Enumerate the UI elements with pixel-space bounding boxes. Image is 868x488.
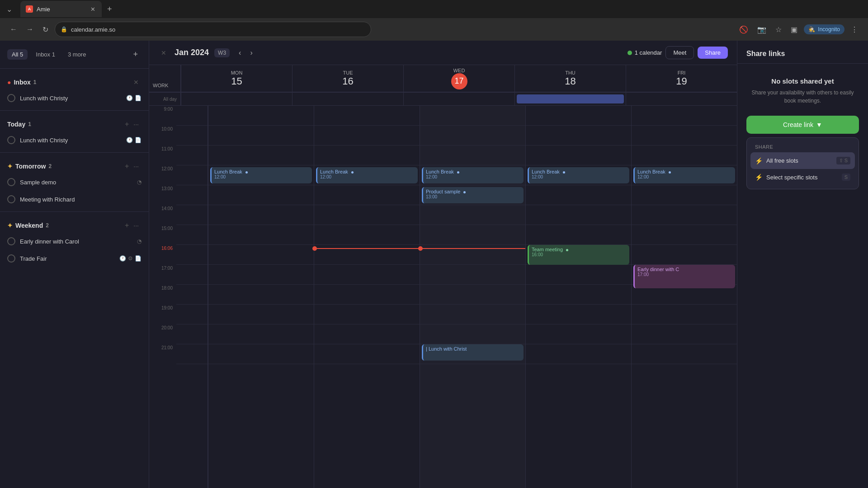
task-trade-fair[interactable]: Trade Fair 🕐 ⚙ 📄 <box>0 250 149 267</box>
time-label-10: 10:00 <box>149 126 176 145</box>
task-checkbox-inbox-lunch[interactable] <box>7 94 15 102</box>
meet-button[interactable]: Meet <box>665 46 694 59</box>
weekend-count: 2 <box>46 222 49 229</box>
sidebar-tab-inbox[interactable]: Inbox 1 <box>31 49 60 60</box>
today-more-button[interactable]: ··· <box>131 120 142 129</box>
day-num-wed: 17 <box>451 73 467 89</box>
inbox-count: 1 <box>33 79 37 85</box>
event-lunch-break-mon[interactable]: Lunch Break 12:00 <box>210 167 312 183</box>
event-lunch-christy-wed[interactable]: | Lunch with Christ <box>422 344 524 361</box>
day-col-tue[interactable]: Lunch Break 12:00 <box>314 106 420 488</box>
event-early-dinner[interactable]: Early dinner with C 17:00 <box>633 265 735 288</box>
task-meeting-richard[interactable]: Meeting with Richard <box>0 191 149 208</box>
day-col-wed[interactable]: Lunch Break 12:00 Product sample 13:00 <box>420 106 525 488</box>
event-lunch-break-wed[interactable]: Lunch Break 12:00 <box>422 167 524 183</box>
tomorrow-section-title: ✦ Tomorrow 2 <box>7 163 121 170</box>
dropdown-item-specific-slots[interactable]: ⚡ Select specific slots S <box>750 169 855 185</box>
new-tab-button[interactable]: + <box>104 3 116 16</box>
today-add-button[interactable]: + <box>125 120 129 129</box>
allday-tue[interactable] <box>292 93 403 105</box>
event-lunch-break-tue[interactable]: Lunch Break 12:00 <box>316 167 418 183</box>
task-early-dinner[interactable]: Early dinner with Carol ◔ <box>0 233 149 250</box>
tab-close-button[interactable]: ✕ <box>90 5 96 14</box>
event-lunch-break-fri[interactable]: Lunch Break 12:00 <box>633 167 735 183</box>
work-slot-18 <box>176 285 208 305</box>
work-label-col <box>176 106 208 488</box>
current-time-dot-wed <box>418 246 423 251</box>
day-col-thu[interactable]: Lunch Break 12:00 Team meeting 16:00 <box>525 106 631 488</box>
allday-toggle-button[interactable]: ✕ <box>158 48 169 57</box>
camera-icon[interactable]: 📷 <box>755 23 769 37</box>
tomorrow-section-header[interactable]: ✦ Tomorrow 2 + ··· <box>0 156 149 174</box>
event-title-early-dinner: Early dinner with C <box>637 267 732 272</box>
reload-button[interactable]: ↻ <box>40 23 51 37</box>
star-icon[interactable]: ☆ <box>773 23 784 37</box>
day-col-mon[interactable]: Lunch Break 12:00 <box>208 106 314 488</box>
task-checkbox-today-lunch[interactable] <box>7 136 15 144</box>
day-name-tue: Tue <box>343 70 353 75</box>
divider-2 <box>0 152 149 153</box>
sidebar-add-button[interactable]: + <box>129 48 142 61</box>
task-checkbox-early-dinner[interactable] <box>7 237 15 245</box>
event-lunch-break-thu[interactable]: Lunch Break 12:00 <box>528 167 629 183</box>
create-link-button[interactable]: Create link ▼ <box>746 116 859 134</box>
calendar-title: Jan 2024 <box>175 48 209 57</box>
address-bar[interactable]: 🔒 calendar.amie.so <box>55 22 371 37</box>
weekend-add-button[interactable]: + <box>125 221 129 230</box>
time-label-12: 12:00 <box>149 165 176 185</box>
day-headers-row: Work Mon 15 Tue 16 Wed 17 Thu 18 <box>149 65 737 93</box>
sidebar-icon[interactable]: ▣ <box>788 23 800 37</box>
sidebar-tab-more[interactable]: 3 more <box>63 49 90 60</box>
today-actions: + ··· <box>125 120 142 129</box>
today-section-header[interactable]: Today 1 + ··· <box>0 114 149 131</box>
circle-icon: ◔ <box>137 179 142 185</box>
time-label-11: 11:00 <box>149 145 176 165</box>
tab-group-dropdown[interactable]: ⌄ <box>4 3 15 15</box>
prev-week-button[interactable]: ‹ <box>235 47 245 59</box>
event-time-lunch-break-thu: 12:00 <box>532 174 627 179</box>
allday-wed[interactable] <box>403 93 514 105</box>
disable-icon[interactable]: 🚫 <box>736 23 751 37</box>
divider-3 <box>0 211 149 212</box>
inbox-section-header[interactable]: ● Inbox 1 ✕ <box>0 72 149 89</box>
incognito-label: Incognito <box>818 26 840 33</box>
task-today-lunch[interactable]: Lunch with Christy 🕐 📄 <box>0 131 149 149</box>
task-inbox-lunch[interactable]: Lunch with Christy 🕐 📄 <box>0 89 149 107</box>
active-tab[interactable]: A Amie ✕ <box>20 1 102 17</box>
allday-thu[interactable] <box>514 93 626 105</box>
browser-chrome: ⌄ A Amie ✕ + ← → ↻ 🔒 calendar.amie.so 🚫 … <box>0 0 868 41</box>
task-label-today-lunch: Lunch with Christy <box>20 137 122 144</box>
time-label-13: 13:00 <box>149 185 176 205</box>
weekend-section-header[interactable]: ✦ Weekend 2 + ··· <box>0 216 149 233</box>
event-team-meeting[interactable]: Team meeting 16:00 <box>528 245 629 265</box>
inbox-close-button[interactable]: ✕ <box>131 78 142 87</box>
task-checkbox-sample-demo[interactable] <box>7 178 15 186</box>
share-button[interactable]: Share <box>698 47 728 59</box>
share-panel: Share links No slots shared yet Share yo… <box>737 41 868 488</box>
dropdown-item-all-free-slots[interactable]: ⚡ All free slots ⇧ S <box>750 152 855 169</box>
allday-thu-event[interactable] <box>517 94 624 103</box>
next-week-button[interactable]: › <box>246 47 256 59</box>
tomorrow-more-button[interactable]: ··· <box>131 162 142 171</box>
day-header-thu: Thu 18 <box>514 65 626 92</box>
incognito-badge[interactable]: 🕵 Incognito <box>804 24 844 34</box>
work-label: Work <box>153 83 168 88</box>
task-checkbox-trade-fair[interactable] <box>7 254 15 263</box>
event-product-sample[interactable]: Product sample 13:00 <box>422 187 524 203</box>
task-sample-demo[interactable]: Sample demo ◔ <box>0 174 149 191</box>
allday-mon[interactable] <box>181 93 292 105</box>
sidebar-tab-all[interactable]: All 5 <box>7 49 28 60</box>
tomorrow-add-button[interactable]: + <box>125 162 129 171</box>
task-checkbox-meeting-richard[interactable] <box>7 195 15 203</box>
day-name-fri: Fri <box>678 70 686 75</box>
back-button[interactable]: ← <box>7 23 20 36</box>
work-slot-16 <box>176 245 208 265</box>
menu-button[interactable]: ⋮ <box>848 23 861 37</box>
allday-fri[interactable] <box>626 93 737 105</box>
inbox-section-title: ● Inbox 1 <box>7 79 127 86</box>
forward-button[interactable]: → <box>24 23 36 36</box>
day-col-fri[interactable]: Lunch Break 12:00 Early dinner with C 17… <box>631 106 737 488</box>
today-section-title: Today 1 <box>7 121 121 128</box>
time-label-17: 17:00 <box>149 265 176 285</box>
weekend-more-button[interactable]: ··· <box>131 221 142 230</box>
